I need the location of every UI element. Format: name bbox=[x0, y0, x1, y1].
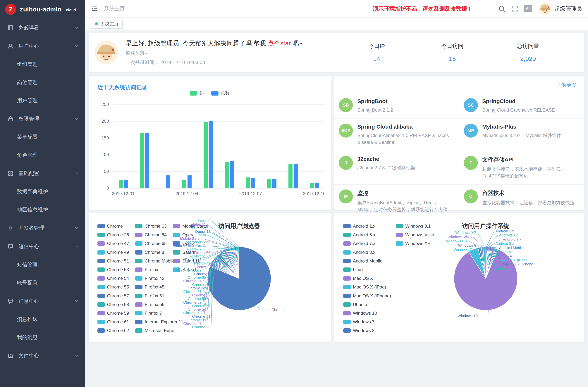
tech-item[interactable]: SBSpringBootSpring Boot 2.1.2 bbox=[335, 93, 459, 119]
legend-item[interactable]: Android 7.x bbox=[343, 241, 375, 246]
legend-item[interactable]: Chrome 47 bbox=[97, 241, 129, 246]
tech-item[interactable]: SCASpring Cloud alibabaSpringCloudAlibab… bbox=[335, 119, 459, 151]
legend-item[interactable]: Chrome 61 bbox=[97, 319, 129, 325]
sidebar-subitem[interactable]: 数据字典维护 bbox=[0, 183, 85, 201]
tech-item[interactable]: MPMybatis-PlusMybatis-plus 3.2.0： Mybati… bbox=[459, 119, 584, 151]
legend-item[interactable]: Chrome 65 bbox=[135, 241, 167, 246]
tech-item[interactable]: SCSpringCloudSpring Cloud Greenwich.RELE… bbox=[459, 93, 584, 119]
sidebar-subitem[interactable]: 角色管理 bbox=[0, 146, 85, 164]
sidebar-subitem[interactable]: 消息推送 bbox=[0, 310, 85, 328]
legend-item[interactable]: Chrome 64 bbox=[135, 232, 167, 237]
legend-item[interactable]: Internet Explorer 11 bbox=[135, 319, 183, 325]
legend-item[interactable]: Ubuntu bbox=[343, 302, 367, 307]
legend-label: Firefox 51 bbox=[145, 293, 165, 298]
legend-item[interactable]: Chrome 53 bbox=[97, 267, 129, 272]
legend-item[interactable]: Microsoft Edge bbox=[135, 328, 174, 333]
pie-label: Safari 9 bbox=[198, 219, 210, 223]
sidebar-subitem[interactable]: 短信管理 bbox=[0, 256, 85, 274]
legend-item[interactable]: Windows XP bbox=[396, 241, 430, 246]
search-icon[interactable] bbox=[498, 5, 505, 12]
star-link[interactable]: 点个star bbox=[268, 40, 291, 47]
legend-label: Internet Explorer 11 bbox=[145, 319, 183, 325]
legend-item[interactable]: Android 6.x bbox=[343, 232, 375, 237]
legend-item[interactable]: Android 8.x bbox=[343, 250, 375, 255]
legend-item[interactable]: Chrome 26 bbox=[97, 232, 129, 237]
legend-item[interactable]: Android 1.x bbox=[343, 224, 375, 229]
sidebar-subitem[interactable]: 组织管理 bbox=[0, 55, 85, 73]
legend-item[interactable]: Windows 7 bbox=[343, 319, 375, 325]
collapse-sidebar-icon[interactable] bbox=[91, 5, 98, 12]
legend-item[interactable]: Chrome 8 bbox=[135, 250, 164, 255]
legend-item[interactable]: Firefox 7 bbox=[135, 311, 162, 316]
sidebar-subitem[interactable]: 账号配置 bbox=[0, 274, 85, 292]
user-avatar[interactable] bbox=[539, 2, 551, 15]
legend-item[interactable]: 您 bbox=[190, 90, 204, 96]
pie-slice bbox=[220, 253, 239, 279]
sidebar-item-1[interactable]: 用户中心 bbox=[0, 37, 85, 55]
breadcrumb[interactable]: 系统主页 bbox=[104, 5, 125, 12]
legend-item[interactable]: Mac OS X (iPad) bbox=[343, 285, 386, 290]
legend-item[interactable]: Chrome Mobile bbox=[135, 258, 175, 264]
legend-item[interactable]: Chrome 57 bbox=[97, 293, 129, 298]
sidebar-subitem[interactable]: 地区信息维护 bbox=[0, 201, 85, 219]
legend-item[interactable]: Windows 8 bbox=[343, 328, 375, 333]
gridline bbox=[113, 104, 325, 105]
legend-item[interactable]: Chrome 49 bbox=[97, 250, 129, 255]
fullscreen-icon[interactable] bbox=[511, 5, 518, 12]
legend-label: Mac OS X (iPad) bbox=[353, 285, 386, 290]
sidebar-subitem[interactable]: 我的消息 bbox=[0, 328, 85, 346]
sidebar-item-5[interactable]: 短信中心 bbox=[0, 237, 85, 256]
legend-item[interactable]: Windows 8.1 bbox=[396, 224, 431, 229]
legend-item[interactable]: Chrome 63 bbox=[135, 224, 167, 229]
legend-label: Firefox 56 bbox=[145, 302, 165, 307]
legend-item[interactable]: 总数 bbox=[211, 90, 230, 96]
bar bbox=[166, 175, 170, 188]
legend-item[interactable]: Android Mobile bbox=[343, 258, 382, 264]
sidebar-item-2[interactable]: 权限管理 bbox=[0, 110, 85, 128]
legend-item[interactable]: Firefox 56 bbox=[135, 302, 165, 307]
sidebar-item-7[interactable]: 文件中心 bbox=[0, 346, 85, 365]
app-logo[interactable]: Z zuihou-admin cloud bbox=[0, 0, 85, 19]
chevron-down-icon bbox=[75, 44, 79, 48]
tab-home[interactable]: 系统主页 bbox=[91, 19, 123, 29]
legend-label: Android 6.x bbox=[353, 232, 375, 237]
legend-item[interactable]: Chrome 54 bbox=[97, 276, 129, 281]
sidebar-subitem[interactable]: 用户管理 bbox=[0, 91, 85, 110]
legend-label: Android 7.x bbox=[353, 241, 375, 246]
legend-item[interactable]: Windows Vista bbox=[396, 232, 434, 237]
legend-item[interactable]: Mac OS X (iPhone) bbox=[343, 293, 391, 298]
legend-label: Chrome 49 bbox=[107, 250, 129, 255]
legend-item[interactable]: Mac OS X bbox=[343, 276, 373, 281]
legend-item[interactable]: Windows 10 bbox=[343, 311, 377, 316]
legend-item[interactable]: Safari bbox=[173, 250, 194, 255]
legend-item[interactable]: Opera bbox=[173, 232, 195, 237]
legend-swatch bbox=[135, 294, 143, 298]
legend-item[interactable]: Opera 12 bbox=[173, 241, 201, 246]
sidebar-item-3[interactable]: 基础配置 bbox=[0, 164, 85, 183]
legend-item[interactable]: Safari 9 bbox=[173, 267, 198, 272]
sidebar-item-0[interactable]: 务必详看 bbox=[0, 19, 85, 37]
sidebar-item-4[interactable]: 开发者管理 bbox=[0, 219, 85, 237]
font-size-icon[interactable]: A⁺ bbox=[524, 5, 532, 12]
sidebar-item-6[interactable]: 消息中心 bbox=[0, 292, 85, 310]
learn-more-link[interactable]: 了解更多 bbox=[556, 81, 577, 89]
legend-item[interactable]: Chrome 62 bbox=[97, 328, 129, 333]
legend-item[interactable]: Chrome 51 bbox=[97, 258, 129, 264]
legend-item[interactable]: Chrome 58 bbox=[97, 302, 129, 307]
legend-item[interactable]: Safari 11 bbox=[173, 258, 200, 264]
legend-item[interactable]: Firefox 51 bbox=[135, 293, 165, 298]
bar bbox=[225, 162, 229, 188]
legend-item[interactable]: Firefox 45 bbox=[135, 285, 165, 290]
username-label[interactable]: 超级管理员 bbox=[554, 5, 582, 13]
tech-item[interactable]: F文件存储API封装文件接口，实现本地存储、阿里云、FastDFS存储的配置化 bbox=[459, 151, 584, 184]
legend-item[interactable]: Firefox 42 bbox=[135, 276, 165, 281]
legend-item[interactable]: Mobile Safari bbox=[173, 224, 208, 229]
sidebar-subitem[interactable]: 菜单配置 bbox=[0, 128, 85, 146]
legend-item[interactable]: Linux bbox=[343, 267, 363, 272]
legend-item[interactable]: Chrome bbox=[97, 224, 123, 229]
legend-item[interactable]: Chrome 55 bbox=[97, 285, 129, 290]
legend-item[interactable]: Firefox bbox=[135, 267, 158, 272]
sidebar-subitem[interactable]: 岗位管理 bbox=[0, 73, 85, 91]
legend-item[interactable]: Chrome 59 bbox=[97, 311, 129, 316]
tech-item[interactable]: JJ2cacheJ2cache2.7.8: 二级缓存框架 bbox=[335, 151, 459, 184]
